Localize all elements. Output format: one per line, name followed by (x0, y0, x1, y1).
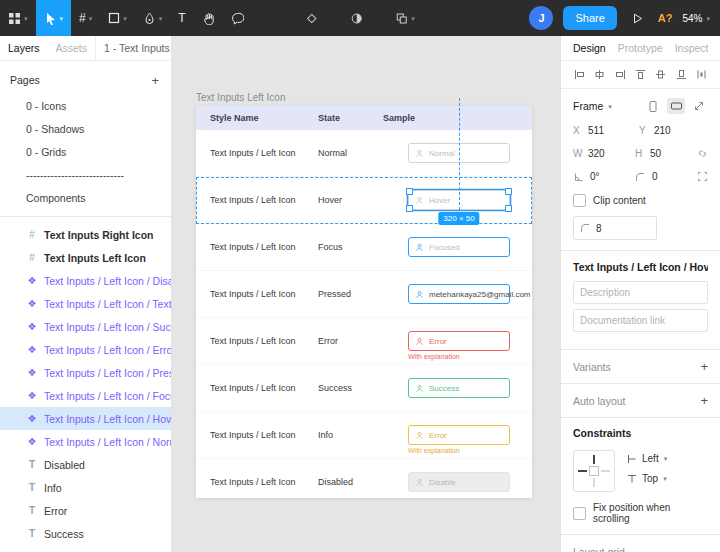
style-name-cell[interactable]: Text Inputs / Left Icon (210, 224, 296, 270)
layer-component[interactable]: ❖ Text Inputs / Left Icon / Error (0, 338, 171, 361)
table-header[interactable]: Style Name State Sample (196, 106, 532, 130)
page-item[interactable]: 0 - Icons (0, 95, 171, 118)
tab-inspect[interactable]: Inspect (675, 42, 709, 54)
layer-text[interactable]: T Info (0, 476, 171, 499)
selection-handle[interactable] (505, 188, 512, 195)
state-cell[interactable]: Disabled (318, 459, 353, 505)
hand-tool-button[interactable] (194, 0, 223, 36)
page-item[interactable]: 0 - Grids (0, 141, 171, 164)
tab-assets[interactable]: Assets (48, 42, 96, 54)
corner-radius-field[interactable]: 0 (635, 171, 697, 182)
height-field[interactable]: H 50 (635, 148, 697, 159)
zoom-dropdown[interactable]: 54% ▾ (682, 13, 710, 24)
frame-label[interactable]: Frame (573, 100, 603, 112)
y-field[interactable]: Y 210 (639, 125, 705, 136)
page-selector[interactable]: 1 - Text Inputs ▾ (95, 36, 172, 60)
state-cell[interactable]: Error (318, 318, 338, 364)
layer-component[interactable]: ❖ Text Inputs / Left Icon / Succ... (0, 315, 171, 338)
state-cell[interactable]: Normal (318, 130, 347, 176)
style-name-cell[interactable]: Text Inputs / Left Icon (210, 177, 296, 223)
canvas[interactable]: Text Inputs Left Icon Style Name State S… (172, 36, 560, 552)
rotation-field[interactable]: 0° (573, 171, 635, 182)
state-cell[interactable]: Pressed (318, 271, 351, 317)
layer-text[interactable]: T Success (0, 522, 171, 545)
vertical-constraint-dropdown[interactable]: Top ▾ (627, 473, 667, 484)
share-button[interactable]: Share (563, 6, 616, 30)
portrait-preset-button[interactable] (644, 98, 662, 114)
state-cell[interactable]: Hover (318, 177, 342, 223)
layer-component-selected[interactable]: ❖ Text Inputs / Left Icon / Hover (0, 407, 171, 430)
documentation-link-input[interactable] (573, 309, 708, 332)
tab-prototype[interactable]: Prototype (618, 42, 663, 54)
avatar[interactable]: J (529, 6, 553, 30)
layer-text[interactable]: T Disabled (0, 453, 171, 476)
page-item[interactable]: Components (0, 187, 171, 210)
add-page-button[interactable]: + (151, 74, 159, 87)
present-button[interactable] (627, 0, 648, 36)
sample-input-pressed[interactable]: metehankaya25@gmail.com (408, 284, 510, 304)
sample-input-disabled[interactable]: Disable (408, 472, 510, 492)
table-row[interactable]: Text Inputs / Left Icon Error Error With… (196, 318, 532, 365)
page-item[interactable]: 0 - Shadows (0, 118, 171, 141)
table-row[interactable]: Text Inputs / Left Icon Normal Normal (196, 130, 532, 177)
sample-input-info[interactable]: Error (408, 425, 510, 445)
style-name-cell[interactable]: Text Inputs / Left Icon (210, 318, 296, 364)
fix-position-checkbox[interactable] (573, 507, 586, 520)
table-row[interactable]: Text Inputs / Left Icon Info Error With … (196, 412, 532, 459)
layer-component[interactable]: ❖ Text Inputs / Left Icon / Focus (0, 384, 171, 407)
tab-layers[interactable]: Layers (0, 42, 48, 54)
design-frame[interactable]: Style Name State Sample Text Inputs / Le… (196, 106, 532, 498)
selection-handle[interactable] (406, 205, 413, 212)
constraint-right-stub[interactable] (601, 470, 610, 472)
style-name-cell[interactable]: Text Inputs / Left Icon (210, 365, 296, 411)
layer-component[interactable]: ❖ Text Inputs / Left Icon / Text ... (0, 292, 171, 315)
state-cell[interactable]: Focus (318, 224, 343, 270)
clip-content-checkbox[interactable] (573, 194, 586, 207)
table-row[interactable]: Text Inputs / Left Icon Pressed metehank… (196, 271, 532, 318)
sample-input-focus[interactable]: Focused (408, 237, 510, 257)
edit-object-button[interactable] (297, 0, 326, 36)
description-input[interactable] (573, 281, 708, 304)
boolean-groups-button[interactable]: ▾ (387, 0, 423, 36)
tab-design[interactable]: Design (573, 42, 606, 54)
add-variant-button[interactable]: + (700, 360, 708, 373)
table-row-selected[interactable]: Text Inputs / Left Icon Hover Hover (196, 177, 532, 224)
align-bottom-icon[interactable] (676, 69, 687, 80)
main-menu-button[interactable]: ▾ (0, 0, 36, 36)
comment-tool-button[interactable] (223, 0, 252, 36)
helper-text[interactable]: With explanation (408, 447, 460, 454)
align-left-icon[interactable] (574, 69, 585, 80)
layer-component[interactable]: ❖ Text Inputs / Left Icon / Press... (0, 361, 171, 384)
sample-input-error[interactable]: Error (408, 331, 510, 351)
style-name-cell[interactable]: Text Inputs / Left Icon (210, 412, 296, 458)
helper-text[interactable]: With explanation (408, 353, 460, 360)
pen-tool-button[interactable]: ▾ (135, 0, 171, 36)
add-auto-layout-button[interactable]: + (700, 394, 708, 407)
width-field[interactable]: W 320 (573, 148, 635, 159)
page-item[interactable]: ---------------------------- (0, 164, 171, 187)
constraint-bottom-stub[interactable] (593, 478, 595, 487)
constrain-proportions-icon[interactable] (697, 148, 708, 159)
shape-tool-button[interactable]: ▾ (100, 0, 135, 36)
selection-handle[interactable] (406, 188, 413, 195)
state-cell[interactable]: Success (318, 365, 352, 411)
move-tool-button[interactable]: ▾ (36, 0, 72, 36)
corner-radius-input[interactable]: 8 (573, 216, 657, 240)
table-row[interactable]: Text Inputs / Left Icon Success Success (196, 365, 532, 412)
canvas-frame-title[interactable]: Text Inputs Left Icon (196, 92, 286, 103)
x-field[interactable]: X 511 (573, 125, 639, 136)
table-row[interactable]: Text Inputs / Left Icon Focus Focused (196, 224, 532, 271)
text-tool-button[interactable]: T (170, 0, 193, 36)
align-right-icon[interactable] (615, 69, 626, 80)
resize-to-fit-icon[interactable] (690, 98, 708, 114)
layer-component[interactable]: ❖ Text Inputs / Left Icon / Normal (0, 430, 171, 453)
constraint-left-stub[interactable] (578, 470, 587, 472)
constraints-widget[interactable] (573, 450, 615, 492)
style-name-cell[interactable]: Text Inputs / Left Icon (210, 459, 296, 505)
align-horizontal-center-icon[interactable] (594, 69, 605, 80)
align-top-icon[interactable] (635, 69, 646, 80)
distribute-spacing-icon[interactable] (696, 69, 707, 80)
style-name-cell[interactable]: Text Inputs / Left Icon (210, 130, 296, 176)
align-vertical-center-icon[interactable] (655, 69, 666, 80)
layer-text[interactable]: T Error (0, 499, 171, 522)
